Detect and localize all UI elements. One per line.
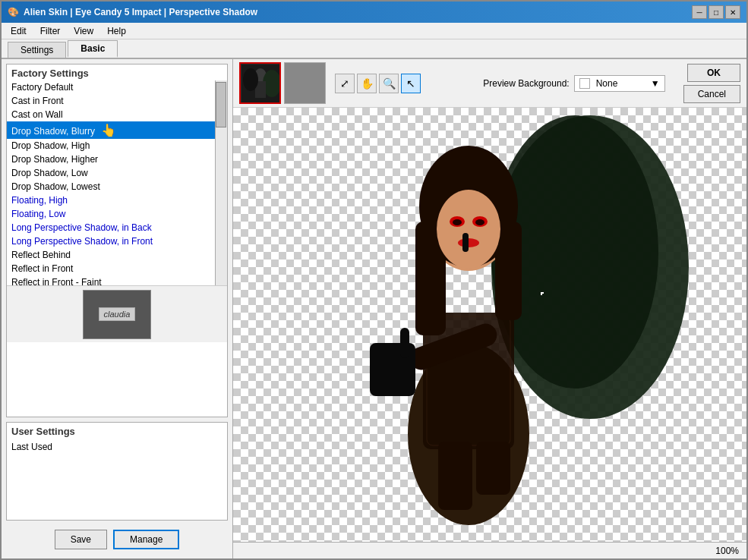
cancel-button[interactable]: Cancel	[683, 85, 740, 103]
app-icon: 🎨	[8, 7, 19, 17]
preview-bg-select[interactable]: None ▼	[574, 75, 665, 92]
list-item-reflect-faint[interactable]: Reflect in Front - Faint	[7, 275, 215, 285]
list-item-floating-low[interactable]: Floating, Low	[7, 207, 215, 221]
tab-basic[interactable]: Basic	[68, 40, 118, 58]
list-item-last-used[interactable]: Last Used	[7, 440, 227, 454]
svg-point-20	[453, 219, 462, 225]
preview-bg-section: Preview Background: None ▼	[483, 62, 664, 104]
close-button[interactable]: ✕	[725, 5, 740, 19]
bottom-buttons: Save Manage	[6, 525, 228, 554]
user-settings-list[interactable]: Last Used	[7, 439, 227, 520]
svg-rect-24	[438, 442, 472, 510]
title-controls: ─ □ ✕	[692, 5, 740, 19]
pointer-tool[interactable]: ↖	[401, 74, 421, 93]
scrollbar-thumb[interactable]	[216, 82, 226, 127]
secondary-thumbnail[interactable]	[284, 62, 326, 104]
main-thumbnail[interactable]	[239, 62, 281, 104]
menu-edit[interactable]: Edit	[5, 24, 33, 38]
menu-view[interactable]: View	[68, 24, 99, 38]
svg-point-4	[243, 68, 258, 91]
list-item-drop-shadow-blurry[interactable]: Drop Shadow, Blurry👆	[7, 121, 215, 139]
left-panel: Factory Settings Factory Default Cast in…	[2, 59, 233, 558]
list-item-floating-high[interactable]: Floating, High	[7, 193, 215, 207]
main-content: Factory Settings Factory Default Cast in…	[2, 59, 746, 558]
preview-bg-label: Preview Background:	[483, 78, 569, 89]
thumbnail-area	[239, 62, 326, 104]
user-settings-header: User Settings	[7, 423, 227, 439]
list-item-factory-default[interactable]: Factory Default	[7, 80, 215, 94]
selection-handle	[541, 292, 544, 295]
factory-settings-list-wrapper: Factory Default Cast in Front Cast on Wa…	[7, 80, 227, 285]
preview-bg-value: None	[596, 78, 618, 89]
svg-rect-23	[462, 233, 469, 252]
zoom-tool[interactable]: 🔍	[379, 74, 399, 93]
preview-bg-color-swatch	[579, 78, 590, 89]
factory-settings-section: Factory Settings Factory Default Cast in…	[6, 64, 228, 417]
right-panel: ⤢ ✋ 🔍 ↖ Preview Background: None ▼	[233, 59, 746, 558]
minimize-button[interactable]: ─	[692, 5, 707, 19]
arrow-tool[interactable]: ⤢	[335, 74, 355, 93]
preview-bg-dropdown-icon: ▼	[651, 78, 660, 89]
svg-point-21	[475, 219, 484, 225]
list-item-long-perspective-back[interactable]: Long Perspective Shadow, in Back	[7, 221, 215, 234]
list-item-reflect-behind[interactable]: Reflect Behind	[7, 248, 215, 262]
tab-settings[interactable]: Settings	[8, 42, 66, 58]
hand-tool[interactable]: ✋	[357, 74, 377, 93]
list-item-cast-on-wall[interactable]: Cast on Wall	[7, 108, 215, 121]
list-item-drop-shadow-high[interactable]: Drop Shadow, High	[7, 139, 215, 153]
toolbar-icons: ⤢ ✋ 🔍 ↖	[335, 62, 421, 104]
preview-image-container	[233, 108, 746, 542]
ok-cancel-section: OK Cancel	[683, 62, 740, 104]
claudia-thumbnail: claudia	[83, 290, 151, 339]
angel-svg	[271, 115, 696, 525]
menu-bar: Edit Filter View Help	[2, 23, 746, 39]
tabs-bar: Settings Basic	[2, 39, 746, 59]
list-item-reflect-in-front[interactable]: Reflect in Front	[7, 262, 215, 275]
claudia-label: claudia	[99, 307, 136, 321]
user-settings-section: User Settings Last Used	[6, 422, 228, 521]
list-item-drop-shadow-low[interactable]: Drop Shadow, Low	[7, 166, 215, 180]
svg-rect-25	[476, 442, 510, 495]
list-item-cast-in-front[interactable]: Cast in Front	[7, 94, 215, 108]
zoom-level: 100%	[715, 546, 739, 556]
ok-button[interactable]: OK	[687, 64, 740, 82]
svg-point-17	[437, 190, 500, 269]
factory-settings-scrollbar[interactable]	[215, 80, 227, 285]
title-bar-left: 🎨 Alien Skin | Eye Candy 5 Impact | Pers…	[8, 7, 257, 17]
manage-button[interactable]: Manage	[113, 530, 179, 549]
menu-help[interactable]: Help	[101, 24, 132, 38]
list-item-drop-shadow-lowest[interactable]: Drop Shadow, Lowest	[7, 180, 215, 193]
window-title: Alien Skin | Eye Candy 5 Impact | Perspe…	[24, 7, 257, 17]
main-window: 🎨 Alien Skin | Eye Candy 5 Impact | Pers…	[0, 0, 748, 560]
save-button[interactable]: Save	[55, 530, 107, 549]
title-bar: 🎨 Alien Skin | Eye Candy 5 Impact | Pers…	[2, 2, 746, 23]
menu-filter[interactable]: Filter	[34, 24, 67, 38]
list-item-drop-shadow-higher[interactable]: Drop Shadow, Higher	[7, 153, 215, 166]
thumbnail-svg	[241, 64, 279, 102]
factory-settings-header: Factory Settings	[7, 64, 227, 80]
svg-rect-12	[400, 328, 409, 358]
preview-area[interactable]	[233, 108, 746, 542]
list-item-long-perspective-front[interactable]: Long Perspective Shadow, in Front	[7, 234, 215, 248]
status-bar: 100%	[233, 542, 746, 558]
maximize-button[interactable]: □	[709, 5, 724, 19]
factory-settings-list[interactable]: Factory Default Cast in Front Cast on Wa…	[7, 80, 227, 285]
